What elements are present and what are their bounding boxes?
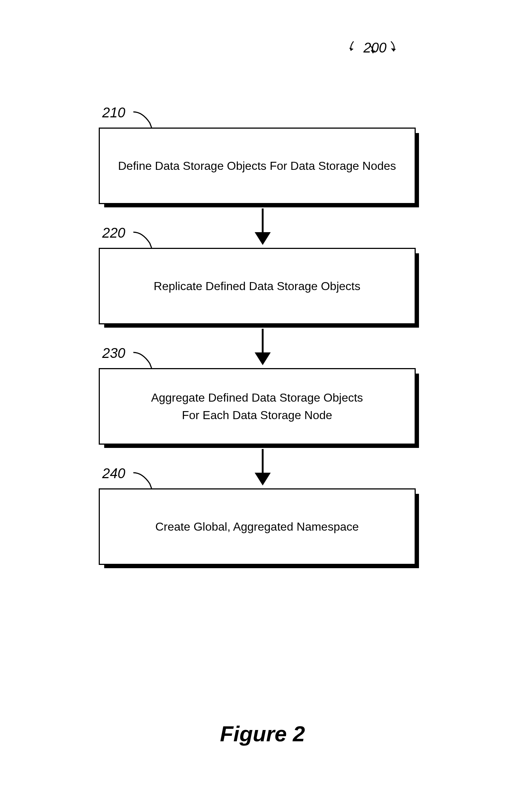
flow-step-box: Replicate Defined Data Storage Objects: [99, 248, 416, 324]
label-connector-icon: [132, 230, 157, 249]
figure-title: Figure 2: [220, 721, 305, 746]
flow-step-box: Aggregate Defined Data Storage Objects F…: [99, 368, 416, 445]
step-text: Replicate Defined Data Storage Objects: [154, 277, 360, 295]
label-connector-icon: [132, 471, 157, 489]
step-label: 240: [102, 466, 125, 481]
step-230-wrapper: 230 Aggregate Defined Data Storage Objec…: [99, 368, 427, 445]
step-220-wrapper: 220 Replicate Defined Data Storage Objec…: [99, 248, 427, 324]
step-text: Define Data Storage Objects For Data Sto…: [118, 157, 396, 175]
flow-step-box: Define Data Storage Objects For Data Sto…: [99, 128, 416, 204]
label-connector-icon: [132, 351, 157, 369]
label-connector-icon: [132, 110, 157, 128]
flowchart-container: 210 Define Data Storage Objects For Data…: [99, 36, 427, 565]
step-text: Create Global, Aggregated Namespace: [155, 518, 359, 535]
step-text: Aggregate Defined Data Storage Objects F…: [151, 389, 363, 424]
step-label: 230: [102, 346, 125, 361]
step-label: 220: [102, 225, 125, 241]
step-210-wrapper: 210 Define Data Storage Objects For Data…: [99, 128, 427, 204]
step-240-wrapper: 240 Create Global, Aggregated Namespace: [99, 488, 427, 565]
step-label: 210: [102, 105, 125, 121]
flow-step-box: Create Global, Aggregated Namespace: [99, 488, 416, 565]
